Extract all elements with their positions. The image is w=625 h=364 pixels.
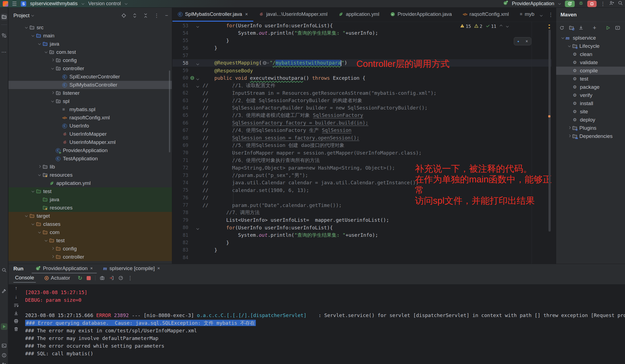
- close-icon[interactable]: ×: [526, 39, 528, 44]
- tree-item-resources[interactable]: resources: [8, 204, 172, 212]
- maven-item-clean[interactable]: ⚙clean: [556, 50, 625, 58]
- execute-goal-icon[interactable]: [615, 25, 620, 30]
- maven-item-install[interactable]: ⚙install: [556, 99, 625, 108]
- code-line-71[interactable]: 71// //6、使用代理对象执行查询所有的方法: [172, 156, 551, 164]
- tree-item-com[interactable]: com: [8, 228, 172, 236]
- tree-item-listener[interactable]: listener: [8, 89, 172, 97]
- plugin-icon[interactable]: ✦: [517, 39, 520, 44]
- chevron-down-icon[interactable]: [568, 45, 571, 47]
- tab-actuator[interactable]: Actuator: [45, 275, 70, 281]
- attach-icon[interactable]: [109, 276, 114, 280]
- tree-item-application-yml[interactable]: application.yml: [8, 179, 172, 187]
- chevron-right-icon[interactable]: [51, 59, 54, 61]
- collapse-all-icon[interactable]: [143, 13, 148, 18]
- code-line-62[interactable]: 62// InputStream in = Resources.getResou…: [172, 89, 551, 97]
- tab-raqsoftconfig-xml[interactable]: </>raqsoftConfig.xml: [457, 8, 514, 22]
- maven-item-package[interactable]: ⚙package: [556, 83, 625, 91]
- tree-item-classes[interactable]: classes: [8, 220, 172, 228]
- project-scrollbar[interactable]: [169, 70, 170, 152]
- chevron-down-icon[interactable]: [51, 67, 54, 70]
- chevron-right-icon[interactable]: [38, 165, 41, 168]
- code-line-55[interactable]: 55 }: [172, 37, 551, 44]
- run-tab-splservice-compile-[interactable]: msplservice [compile]×: [99, 264, 164, 273]
- add-icon[interactable]: +: [593, 25, 596, 31]
- code-line-84[interactable]: 84: [172, 254, 551, 261]
- tree-item-controller[interactable]: controller: [8, 64, 172, 73]
- fold-icon[interactable]: [196, 60, 199, 66]
- rerun-icon[interactable]: ↻: [78, 275, 82, 281]
- chevron-down-icon[interactable]: [25, 214, 28, 217]
- soft-wrap-icon[interactable]: [14, 303, 19, 308]
- code-line-56[interactable]: 56 }: [172, 44, 551, 52]
- tree-item-com-test[interactable]: com.test: [8, 48, 172, 56]
- tree-item-config[interactable]: config: [8, 56, 172, 64]
- code-line-78[interactable]: 78 //7、调用方法: [172, 209, 551, 216]
- print-icon[interactable]: [14, 319, 19, 324]
- tab-java-userinfomapper-xml[interactable]: java\...\UserinfoMapper.xml: [253, 8, 333, 22]
- code-line-81[interactable]: 81 System.out.println("查询的学生结果集: "+userI…: [172, 231, 551, 239]
- tree-item-java[interactable]: java: [8, 196, 172, 204]
- tree-item-testapplication[interactable]: CTestApplication: [8, 155, 172, 163]
- url-inlay-globe-icon[interactable]: [262, 61, 269, 65]
- tree-item-target[interactable]: target: [8, 212, 172, 220]
- project-name[interactable]: splservicewithmybatis: [30, 1, 78, 7]
- stripe-git-icon[interactable]: [1, 362, 7, 364]
- tree-item-lib[interactable]: lib: [8, 163, 172, 171]
- code-line-54[interactable]: 54 System.out.println("查询的学生结果集: "+userI…: [172, 29, 551, 37]
- fold-icon[interactable]: [196, 23, 199, 28]
- tree-item-splexecutercontroller[interactable]: CSplExecuterController: [8, 73, 172, 81]
- tree-item-providerapplication[interactable]: C▶ProviderApplication: [8, 146, 172, 155]
- prev-problem-icon[interactable]: [500, 25, 503, 27]
- console-output[interactable]: ↑↓ [2023-08-08 15:27:15]DEBUG: param siz…: [8, 284, 625, 364]
- chevron-right-icon[interactable]: [51, 91, 54, 94]
- chevron-down-icon[interactable]: [561, 36, 564, 39]
- code-line-68[interactable]: 68// SqlSession session = factory.openSe…: [172, 134, 551, 141]
- next-problem-icon[interactable]: [506, 25, 509, 27]
- fold-icon[interactable]: [196, 225, 199, 230]
- fold-icon[interactable]: [196, 82, 199, 88]
- maven-item-splservice[interactable]: msplservice: [556, 34, 625, 42]
- tree-item-src[interactable]: src: [8, 23, 172, 32]
- stripe-build-icon[interactable]: [1, 288, 7, 294]
- search-icon[interactable]: [618, 1, 624, 7]
- tree-item-userinfomapper-xml[interactable]: UserinfoMapper.xml: [8, 138, 172, 146]
- tree-item-splmybatiscontroller[interactable]: CSplMybatisController: [8, 81, 172, 89]
- close-icon[interactable]: ×: [157, 266, 160, 271]
- close-icon[interactable]: ×: [245, 11, 248, 17]
- run-button[interactable]: [565, 1, 575, 7]
- maven-item-plugins[interactable]: ⚙Plugins: [556, 124, 625, 132]
- more-actions-icon[interactable]: ⋮: [600, 1, 605, 6]
- more-options-icon[interactable]: ⋮: [128, 276, 133, 280]
- gc-icon[interactable]: [118, 276, 123, 280]
- chevron-down-icon[interactable]: [540, 14, 543, 16]
- endpoint-gutter-icon[interactable]: [190, 76, 195, 80]
- selection-floating-toolbar[interactable]: ✦ ×: [514, 37, 531, 45]
- download-sources-icon[interactable]: [579, 25, 583, 30]
- stripe-terminal-icon[interactable]: [1, 342, 7, 349]
- chevron-down-icon[interactable]: [196, 25, 199, 28]
- code-line-67[interactable]: 67// //4、使用SqlSessionFactory 生产 SqlSessi…: [172, 126, 551, 134]
- chevron-right-icon[interactable]: [51, 255, 54, 258]
- code-line-60[interactable]: 60 public void executewithoutpara() thro…: [172, 74, 551, 82]
- maven-item-lifecycle[interactable]: ⚙Lifecycle: [556, 42, 625, 50]
- code-line-61[interactable]: 61// //1、读取配置文件: [172, 82, 551, 89]
- expand-all-icon[interactable]: [132, 13, 137, 18]
- maven-item-site[interactable]: ⚙site: [556, 108, 625, 116]
- tab-providerapplication-java[interactable]: ProviderApplication.java: [385, 8, 457, 22]
- code-editor[interactable]: 53 for(UserInfo userInfo:userInfoList){5…: [172, 22, 551, 264]
- tree-item-controller[interactable]: controller: [8, 253, 172, 261]
- inspections-widget[interactable]: 15 2 11: [460, 23, 509, 29]
- locate-file-icon[interactable]: [121, 13, 126, 18]
- tree-item-test[interactable]: test: [8, 236, 172, 245]
- maven-item-deploy[interactable]: ⚙deploy: [556, 116, 625, 124]
- tree-item-userinfomapper[interactable]: UserInfoMapper: [8, 130, 172, 138]
- stop-button[interactable]: [587, 1, 597, 7]
- code-line-79[interactable]: 79 List<UserInfo> userInfoList= mapper.g…: [172, 216, 551, 224]
- hidden-tabs-icon[interactable]: [540, 12, 543, 17]
- chevron-right-icon[interactable]: [51, 247, 54, 250]
- code-line-65[interactable]: 65// //3、使用构建者模式创建工厂对象 SqlSessionFactory: [172, 112, 551, 119]
- chevron-right-icon[interactable]: [568, 135, 571, 137]
- chevron-down-icon[interactable]: [196, 227, 199, 230]
- tab-console[interactable]: Console: [13, 273, 36, 283]
- run-tab-providerapplication[interactable]: ProviderApplication×: [32, 264, 97, 273]
